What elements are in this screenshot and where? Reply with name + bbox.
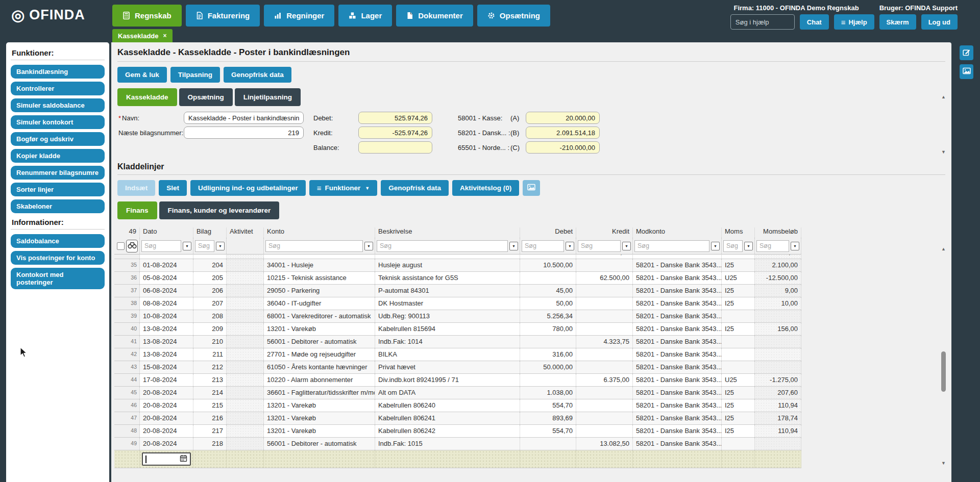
cell-debet[interactable] <box>520 272 576 284</box>
table-row[interactable]: 34 30-07-2024 203 10220 - Alarm abonneme… <box>114 254 801 259</box>
cell-kredit[interactable]: 6.375,00 <box>576 374 633 386</box>
cell-dato[interactable]: 20-08-2024 <box>140 399 193 412</box>
filter-debet-input[interactable] <box>522 240 564 252</box>
cell-dato[interactable]: 30-07-2024 <box>140 254 193 259</box>
filter-modkonto-dropdown[interactable]: ▼ <box>711 242 720 250</box>
new-entry-row[interactable] <box>114 450 801 468</box>
cell-bilag[interactable]: 212 <box>193 361 227 373</box>
filter-momsbelob-input[interactable] <box>756 240 789 252</box>
cell-bilag[interactable]: 206 <box>193 285 227 297</box>
filter-beskrivelse-dropdown[interactable]: ▼ <box>509 242 518 250</box>
cell-bilag[interactable]: 209 <box>193 323 227 335</box>
cell-moms[interactable]: I25 <box>722 399 755 412</box>
skaerm-button[interactable]: Skærm <box>879 14 916 30</box>
cell-konto[interactable]: 61050 - Årets kontante hævninger <box>264 361 375 373</box>
cell-bilag[interactable]: 211 <box>193 348 227 361</box>
table-row[interactable]: 47 20-08-2024 216 13201 - Varekøb Kabelr… <box>114 412 801 425</box>
cell-konto[interactable]: 10215 - Teknisk assistance <box>264 272 375 284</box>
cell-modkonto[interactable]: 58201 - Danske Bank 3543... <box>633 348 722 361</box>
cell-konto[interactable]: 13201 - Varekøb <box>264 425 375 437</box>
scroll-down-icon[interactable]: ▼ <box>941 149 946 155</box>
cell-kredit[interactable]: 13.082,50 <box>576 438 633 450</box>
cell-modkonto[interactable]: 58201 - Danske Bank 3543... <box>633 297 722 310</box>
filter-moms-input[interactable] <box>723 240 743 252</box>
cell-dato[interactable]: 15-08-2024 <box>140 361 193 373</box>
chat-button[interactable]: Chat <box>800 14 829 30</box>
new-date-input[interactable] <box>142 452 191 466</box>
sidebar-item-saldobalance[interactable]: Saldobalance <box>11 234 105 248</box>
cell-beskrivelse[interactable]: Div.indb.kort 89241995 / 71 <box>375 374 520 386</box>
cell-kredit[interactable] <box>576 348 633 361</box>
cell-konto[interactable]: 36601 - Faglitteratur/tidsskrifter m/mo.… <box>264 387 375 399</box>
cell-debet[interactable]: 10.500,00 <box>520 259 576 271</box>
table-row[interactable]: 46 20-08-2024 215 13201 - Varekøb Kabelr… <box>114 399 801 412</box>
indsaet-button[interactable]: Indsæt <box>117 180 155 196</box>
cell-beskrivelse[interactable]: DK Hostmaster <box>375 297 520 310</box>
col-header-beskrivelse[interactable]: Beskrivelse <box>375 227 520 238</box>
naeste-bilagsnummer-input[interactable] <box>184 126 304 139</box>
cell-kredit[interactable] <box>576 412 633 424</box>
tab-kassekladde[interactable]: Kassekladde <box>117 88 177 106</box>
cell-beskrivelse[interactable]: Div.indb.kort 89241995 / 71 <box>375 254 520 259</box>
cell-konto[interactable]: 68001 - Varekreditorer - automatisk <box>264 310 375 322</box>
cell-debet[interactable]: 45,00 <box>520 285 576 297</box>
cell-dato[interactable]: 10-08-2024 <box>140 310 193 322</box>
cell-moms[interactable]: U25 <box>722 374 755 386</box>
sidebar-item-vis-posteringer-for-konto[interactable]: Vis posteringer for konto <box>11 251 105 265</box>
table-row[interactable]: 38 08-08-2024 207 36040 - IT-udgifter DK… <box>114 297 801 310</box>
cell-kredit[interactable] <box>576 259 633 271</box>
filter-momsbelob-dropdown[interactable]: ▼ <box>791 242 799 250</box>
sidebar-item-bankindlaesning[interactable]: Bankindlæsning <box>11 65 105 79</box>
nav-dokumenter[interactable]: Dokumenter <box>396 5 473 27</box>
cell-bilag[interactable]: 203 <box>193 254 227 259</box>
cell-moms[interactable]: U25 <box>722 272 755 284</box>
sidebar-item-kontokort-med-posteringer[interactable]: Kontokort med posteringer <box>11 268 105 289</box>
cell-modkonto[interactable]: 58201 - Danske Bank 3543... <box>633 438 722 450</box>
cell-moms[interactable] <box>722 310 755 322</box>
cell-bilag[interactable]: 210 <box>193 336 227 348</box>
cell-beskrivelse[interactable]: Teknisk assistance for G5S <box>375 272 520 284</box>
cell-konto[interactable]: 34001 - Husleje <box>264 259 375 271</box>
search-button[interactable] <box>126 240 138 252</box>
sidebar-item-simuler-saldobalance[interactable]: Simuler saldobalance <box>11 98 105 112</box>
cell-beskrivelse[interactable]: BILKA <box>375 348 520 361</box>
tilpasning-button[interactable]: Tilpasning <box>170 67 220 83</box>
cell-moms[interactable]: I25 <box>722 259 755 271</box>
aktivitetslog-0-button[interactable]: Aktivitetslog (0) <box>452 180 519 196</box>
cell-bilag[interactable]: 215 <box>193 399 227 412</box>
cell-beskrivelse[interactable]: Privat hævet <box>375 361 520 373</box>
cell-kredit[interactable] <box>576 310 633 322</box>
cell-bilag[interactable]: 207 <box>193 297 227 310</box>
cell-dato[interactable]: 06-08-2024 <box>140 285 193 297</box>
cell-moms[interactable]: I25 <box>722 412 755 424</box>
cell-dato[interactable]: 13-08-2024 <box>140 348 193 361</box>
cell-modkonto[interactable]: 58201 - Danske Bank 3543... <box>633 323 722 335</box>
cell-beskrivelse[interactable]: Udb.Reg: 900113 <box>375 310 520 322</box>
cell-kredit[interactable]: 78.935,75 <box>576 254 633 259</box>
table-row[interactable]: 41 13-08-2024 210 56001 - Debitorer - au… <box>114 336 801 348</box>
cell-moms[interactable]: I25 <box>722 387 755 399</box>
cell-konto[interactable]: 13201 - Varekøb <box>264 412 375 424</box>
nav-lager[interactable]: Lager <box>338 5 392 27</box>
col-header-aktivitet[interactable]: Aktivitet <box>227 227 264 238</box>
table-row[interactable]: 35 01-08-2024 204 34001 - Husleje Huslej… <box>114 259 801 272</box>
cell-debet[interactable]: 893,69 <box>520 412 576 424</box>
gem-luk-button[interactable]: Gem & luk <box>117 67 167 83</box>
col-header-debet[interactable]: Debet <box>520 227 576 238</box>
cell-debet[interactable]: 50,00 <box>520 297 576 310</box>
sidebar-item-renummerer-bilagsnumre[interactable]: Renummerer bilagsnumre <box>11 166 105 180</box>
udligning-ind-og-udbetalinger-button[interactable]: Udligning ind- og udbetalinger <box>190 180 306 196</box>
cell-debet[interactable]: 316,00 <box>520 348 576 361</box>
filter-bilag-dropdown[interactable]: ▼ <box>216 242 225 250</box>
filter-beskrivelse-input[interactable] <box>377 240 508 252</box>
cell-konto[interactable]: 13201 - Varekøb <box>264 399 375 412</box>
filter-kredit-input[interactable] <box>578 240 621 252</box>
table-row[interactable]: 45 20-08-2024 214 36601 - Faglitteratur/… <box>114 387 801 399</box>
cell-bilag[interactable]: 208 <box>193 310 227 322</box>
filter-modkonto-input[interactable] <box>634 240 709 252</box>
cell-beskrivelse[interactable]: Indb.Fak: 1014 <box>375 336 520 348</box>
nav-regninger[interactable]: Regninger <box>264 5 334 27</box>
table-scrollbar[interactable]: ▲ ▼ <box>940 246 947 466</box>
cell-dato[interactable]: 01-08-2024 <box>140 259 193 271</box>
cell-dato[interactable]: 20-08-2024 <box>140 412 193 424</box>
